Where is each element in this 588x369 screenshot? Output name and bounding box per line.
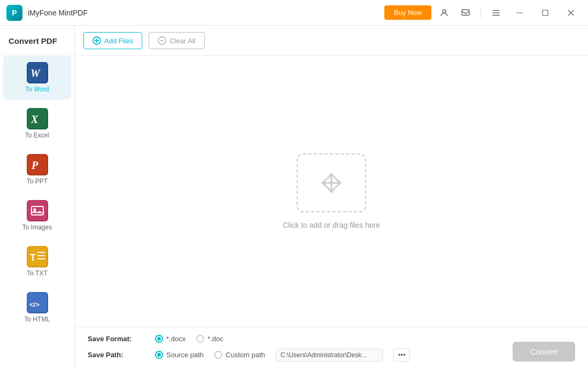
app-title: iMyFone MintPDF xyxy=(28,9,384,17)
svg-point-0 xyxy=(443,10,446,13)
html-label: To HTML xyxy=(24,316,50,323)
account-icon xyxy=(439,8,449,18)
drop-text: Click to add or drag files here xyxy=(283,221,380,229)
svg-rect-15 xyxy=(28,201,47,220)
move-icon xyxy=(318,170,345,196)
word-icon: W xyxy=(27,62,48,83)
sidebar: Convert PDF W To Word X To Excel xyxy=(0,26,75,369)
svg-text:W: W xyxy=(30,67,41,79)
source-path-radio[interactable] xyxy=(155,351,163,359)
sidebar-item-html[interactable]: </> To HTML xyxy=(3,286,71,329)
browse-button[interactable]: ••• xyxy=(393,348,411,362)
svg-text:X: X xyxy=(30,113,38,125)
sidebar-header: Convert PDF xyxy=(0,30,74,55)
titlebar: P iMyFone MintPDF Buy Now xyxy=(0,0,588,26)
drop-box xyxy=(297,153,366,212)
images-icon xyxy=(27,200,48,221)
menu-icon-button[interactable] xyxy=(488,4,505,21)
doc-radio[interactable] xyxy=(196,335,204,343)
convert-button[interactable]: Convert xyxy=(513,342,575,362)
message-icon xyxy=(461,8,470,18)
maximize-button[interactable] xyxy=(535,4,556,21)
svg-rect-6 xyxy=(543,10,548,16)
account-icon-button[interactable] xyxy=(436,4,453,21)
sidebar-item-word[interactable]: W To Word xyxy=(3,56,71,99)
path-input[interactable]: C:\Users\Administrator\Desk... xyxy=(276,349,383,362)
add-files-button[interactable]: Add Files xyxy=(83,32,142,49)
source-path-option[interactable]: Source path xyxy=(155,351,204,359)
sidebar-item-images[interactable]: To Images xyxy=(3,194,71,237)
sidebar-item-ppt[interactable]: P To PPT xyxy=(3,148,71,191)
word-label: To Word xyxy=(25,86,49,93)
path-radio-group: Source path Custom path C:\Users\Adminis… xyxy=(155,348,410,362)
format-radio-group: *.docx *.doc xyxy=(155,335,223,343)
save-path-row: Save Path: Source path Custom path C:\Us… xyxy=(88,348,575,362)
svg-rect-5 xyxy=(516,12,523,13)
clear-icon xyxy=(158,36,166,45)
excel-label: To Excel xyxy=(25,132,49,139)
app-logo: P xyxy=(6,5,22,21)
content-area: Add Files Clear All xyxy=(75,26,588,369)
svg-text:P: P xyxy=(31,159,38,171)
drop-zone[interactable]: Click to add or drag files here xyxy=(75,56,588,327)
format-docx-option[interactable]: *.docx xyxy=(155,335,185,343)
format-doc-option[interactable]: *.doc xyxy=(196,335,223,343)
svg-text:</>: </> xyxy=(29,301,40,309)
toolbar: Add Files Clear All xyxy=(75,26,588,56)
message-icon-button[interactable] xyxy=(457,4,474,21)
menu-icon xyxy=(491,8,501,18)
docx-radio[interactable] xyxy=(155,335,163,343)
html-icon: </> xyxy=(27,292,48,313)
ppt-label: To PPT xyxy=(27,178,48,185)
minimize-icon xyxy=(516,10,523,16)
save-path-label: Save Path: xyxy=(88,351,146,359)
save-format-row: Save Format: *.docx *.doc xyxy=(88,335,575,343)
close-icon xyxy=(568,10,574,16)
titlebar-divider xyxy=(481,7,481,18)
plus-circle-icon xyxy=(92,36,101,45)
txt-icon: T xyxy=(27,246,48,267)
custom-path-radio[interactable] xyxy=(214,351,222,359)
sidebar-item-excel[interactable]: X To Excel xyxy=(3,102,71,145)
clear-all-button[interactable]: Clear All xyxy=(149,32,204,49)
ppt-icon: P xyxy=(27,154,48,175)
save-format-label: Save Format: xyxy=(88,335,146,343)
bottom-bar: Save Format: *.docx *.doc Save Path: xyxy=(75,327,588,369)
images-label: To Images xyxy=(22,224,52,231)
main-layout: Convert PDF W To Word X To Excel xyxy=(0,26,588,369)
txt-label: To TXT xyxy=(27,270,47,277)
svg-text:T: T xyxy=(30,252,36,263)
close-button[interactable] xyxy=(560,4,582,21)
excel-icon: X xyxy=(27,108,48,129)
custom-path-option[interactable]: Custom path xyxy=(214,351,265,359)
titlebar-actions: Buy Now xyxy=(384,4,582,21)
maximize-icon xyxy=(542,10,548,16)
buy-now-button[interactable]: Buy Now xyxy=(384,5,431,20)
logo-letter: P xyxy=(12,9,17,17)
sidebar-item-txt[interactable]: T To TXT xyxy=(3,240,71,283)
minimize-button[interactable] xyxy=(509,4,530,21)
